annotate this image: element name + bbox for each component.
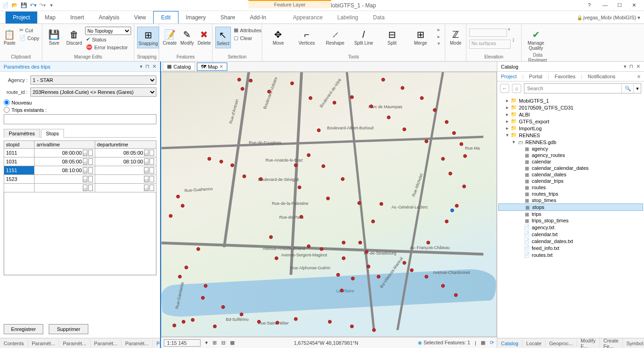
map-feature-dot[interactable] bbox=[191, 318, 195, 322]
col-stopid[interactable]: stopid bbox=[4, 141, 34, 149]
tree-node[interactable]: ▦calendar bbox=[498, 158, 643, 165]
map-feature-dot[interactable] bbox=[387, 116, 391, 119]
map-feature-dot[interactable] bbox=[372, 328, 376, 332]
map-feature-dot[interactable] bbox=[242, 174, 246, 178]
tree-node[interactable]: ▦trips bbox=[498, 211, 643, 217]
map-feature-dot[interactable] bbox=[341, 177, 345, 181]
map-feature-dot[interactable] bbox=[276, 321, 279, 325]
catalog-menu-icon[interactable]: ≡ bbox=[638, 74, 640, 79]
table-row[interactable]: 115108:10:00 bbox=[4, 166, 156, 175]
tree-node[interactable]: ▦stop_times bbox=[498, 197, 643, 203]
map-feature-dot[interactable] bbox=[184, 266, 188, 269]
tab-view[interactable]: View bbox=[126, 12, 153, 23]
close-map-tab-icon[interactable]: ✕ bbox=[219, 64, 223, 69]
scale-dropdown-icon[interactable]: ▾ bbox=[205, 340, 208, 346]
map-feature-dot[interactable] bbox=[240, 313, 243, 316]
minimize-icon[interactable]: — bbox=[603, 2, 609, 9]
merge-tool[interactable]: ⊞Merge bbox=[409, 27, 432, 47]
tree-node[interactable]: ▦calendar_dates bbox=[498, 171, 643, 178]
tree-node[interactable]: 📄routes.txt bbox=[498, 251, 643, 258]
map-feature-dot[interactable] bbox=[290, 81, 294, 85]
map-feature-dot[interactable] bbox=[445, 120, 448, 124]
save-edits-button[interactable]: 💾Save bbox=[45, 27, 63, 47]
map-feature-dot[interactable] bbox=[294, 163, 298, 167]
tree-node[interactable]: ▦agency_routes bbox=[498, 152, 643, 158]
move-tool[interactable]: ✥Move bbox=[267, 27, 290, 47]
scale-input[interactable]: 1:15 145 bbox=[164, 339, 201, 347]
delete-button[interactable]: Supprimer bbox=[49, 324, 88, 334]
map-feature-dot[interactable] bbox=[371, 220, 375, 223]
map-feature-dot[interactable] bbox=[433, 108, 437, 112]
map-feature-dot[interactable] bbox=[221, 305, 225, 309]
map-feature-dot[interactable] bbox=[269, 235, 273, 239]
map-feature-dot[interactable] bbox=[204, 284, 207, 288]
tree-node[interactable]: ▦calendar_trips bbox=[498, 178, 643, 184]
map-feature-dot[interactable] bbox=[241, 87, 244, 91]
map-feature-dot[interactable] bbox=[275, 256, 278, 260]
tree-node[interactable]: ▦routes bbox=[498, 184, 643, 191]
reshape-tool[interactable]: ⟋Reshape bbox=[324, 27, 347, 47]
tree-node[interactable]: ▦calendar_calendar_dates bbox=[498, 165, 643, 171]
map-feature-dot[interactable] bbox=[369, 104, 373, 108]
catalog-dropdown-icon[interactable]: ▾ bbox=[624, 64, 627, 70]
tab-labeling[interactable]: Labeling bbox=[330, 12, 365, 23]
nav-home-icon[interactable]: ⌂ bbox=[512, 84, 521, 93]
map-feature-dot[interactable] bbox=[267, 90, 271, 93]
doctab-map[interactable]: 🗺Map✕ bbox=[197, 63, 227, 71]
map-feature-dot[interactable] bbox=[336, 273, 340, 277]
table-row[interactable]: 101108:00:0008:05:00 bbox=[4, 149, 156, 157]
manage-quality-button[interactable]: ✔Manage Quality bbox=[524, 27, 547, 52]
table-row[interactable]: 103108:05:0008:10:00 bbox=[4, 157, 156, 166]
dock-tab[interactable]: Paramèt... bbox=[121, 340, 153, 347]
maximize-icon[interactable]: ☐ bbox=[617, 2, 624, 9]
map-feature-dot[interactable] bbox=[441, 284, 445, 288]
dock-tab[interactable]: Geoproc... bbox=[546, 340, 577, 347]
col-departure[interactable]: departuretime bbox=[95, 141, 156, 149]
save-button[interactable]: Enregistrer bbox=[4, 324, 43, 334]
map-feature-dot[interactable] bbox=[381, 78, 385, 81]
map-feature-dot[interactable] bbox=[213, 325, 217, 328]
map-feature-dot[interactable] bbox=[207, 157, 211, 161]
table-row[interactable]: 1523 bbox=[4, 175, 156, 184]
map-feature-dot[interactable] bbox=[452, 131, 456, 135]
create-button[interactable]: 📝Create bbox=[162, 27, 178, 47]
doctab-catalog[interactable]: ▦Catalog bbox=[163, 62, 195, 71]
tree-node[interactable]: ▸📁ALBI bbox=[498, 111, 643, 118]
tree-node[interactable]: ▸📁MobiGTFS_1 bbox=[498, 97, 643, 104]
status-button[interactable]: ✔ Status bbox=[85, 36, 131, 43]
radio-new[interactable] bbox=[4, 99, 10, 105]
map-feature-dot[interactable] bbox=[169, 214, 172, 218]
map-feature-dot[interactable] bbox=[365, 250, 368, 254]
route-select[interactable]: 203Rennes (Joliot-Curie) <> Rennes (Gare… bbox=[30, 87, 156, 97]
map-feature-selected-dot[interactable] bbox=[450, 209, 454, 212]
catalog-tab-portal[interactable]: Portal bbox=[529, 74, 542, 79]
tree-node[interactable]: 📄calendar_dates.txt bbox=[498, 238, 643, 244]
map-feature-dot[interactable] bbox=[320, 247, 323, 251]
map-feature-dot[interactable] bbox=[402, 128, 406, 131]
paste-button[interactable]: 📋Paste bbox=[3, 27, 17, 47]
map-feature-dot[interactable] bbox=[176, 195, 180, 198]
copy-button[interactable]: 📄 Copy bbox=[18, 35, 40, 41]
map-feature-dot[interactable] bbox=[237, 78, 241, 81]
attributes-button[interactable]: ▦ Attributes bbox=[233, 27, 262, 34]
search-dropdown-icon[interactable]: ▾ bbox=[633, 84, 641, 93]
search-icon[interactable]: 🔍 bbox=[621, 84, 633, 93]
map-feature-dot[interactable] bbox=[401, 86, 404, 90]
catalog-tab-favorites[interactable]: Favorites bbox=[555, 74, 575, 79]
map-feature-dot[interactable] bbox=[182, 320, 185, 324]
tree-node[interactable]: ▸📁20170509_GTFS_CD31 bbox=[498, 104, 643, 111]
qat-more-icon[interactable]: ▾ bbox=[48, 2, 55, 9]
tab-edit[interactable]: Edit bbox=[153, 11, 178, 23]
map-feature-dot[interactable] bbox=[307, 153, 310, 157]
catalog-tab-notifications[interactable]: Notifications bbox=[588, 74, 615, 79]
map-feature-dot[interactable] bbox=[342, 241, 345, 244]
tree-node[interactable]: 📄calendar.txt bbox=[498, 231, 643, 238]
tree-node[interactable]: ▦trips_stop_times bbox=[498, 217, 643, 224]
pane-close-icon[interactable]: ✕ bbox=[152, 64, 156, 70]
tree-node[interactable]: 📄agency.txt bbox=[498, 224, 643, 231]
cut-button[interactable]: ✂ Cut bbox=[18, 27, 40, 34]
map-feature-dot[interactable] bbox=[178, 275, 182, 278]
select-button[interactable]: ↖Select bbox=[215, 27, 231, 48]
map-feature-dot[interactable] bbox=[328, 320, 332, 324]
agency-select[interactable]: 1 - STAR bbox=[30, 75, 156, 85]
